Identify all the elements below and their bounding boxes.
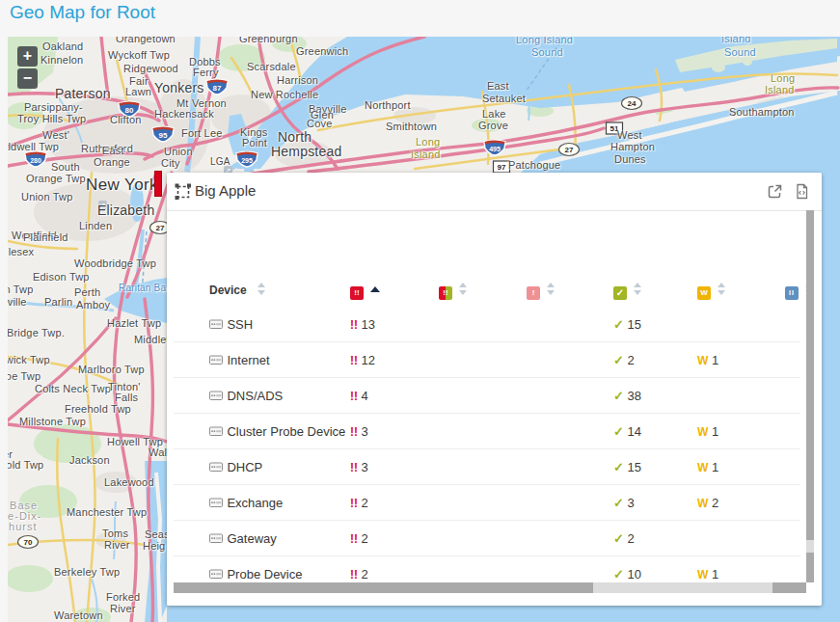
open-external-icon[interactable] xyxy=(767,183,783,200)
table-row[interactable]: SSH!! 13✓ 15 xyxy=(174,307,800,342)
up-glyph: ✓ xyxy=(613,460,624,474)
map-label: West xyxy=(617,129,642,141)
map-label: Long Island xyxy=(516,37,573,45)
map-label: Jackson xyxy=(69,454,110,466)
device-icon xyxy=(209,533,223,544)
up-status-icon: ✓ xyxy=(613,286,627,300)
down-glyph: !! xyxy=(350,390,358,403)
map-label: New Rochelle xyxy=(251,89,318,100)
down-count: 13 xyxy=(358,317,375,332)
up-count-cell: ✓ 14 xyxy=(613,414,641,448)
table-row[interactable]: Internet!! 12✓ 2W 1 xyxy=(174,342,800,378)
map-label: Lake xyxy=(482,108,506,120)
device-icon xyxy=(209,462,223,473)
down-glyph: !! xyxy=(350,425,358,439)
device-name[interactable]: DHCP xyxy=(227,460,262,474)
map-label: Greenburgh xyxy=(239,37,298,44)
table-row[interactable]: Cluster Probe Device!! 3✓ 14W 1 xyxy=(174,414,800,449)
down-acknowledged-status-icon: ! xyxy=(527,286,540,300)
vertical-scrollbar-track[interactable] xyxy=(806,540,814,553)
device-name[interactable]: Gateway xyxy=(227,531,276,546)
sort-up-icon xyxy=(547,283,555,287)
embed-code-icon[interactable] xyxy=(794,183,810,200)
warning-status-icon: W xyxy=(697,286,711,300)
down-glyph: !! xyxy=(350,497,358,510)
map-label: Patchogue xyxy=(508,159,560,171)
map-label: Southampton xyxy=(729,106,795,118)
warning-count: 1 xyxy=(708,424,718,439)
warning-count-cell: W 1 xyxy=(697,556,718,582)
device-cell: DNS/ADS xyxy=(209,378,283,413)
up-glyph: ✓ xyxy=(613,531,624,546)
table-row[interactable]: Probe Device!! 2✓ 10W 1 xyxy=(174,556,800,582)
up-count: 3 xyxy=(624,496,635,510)
vertical-scrollbar-end[interactable] xyxy=(806,553,814,582)
sort-down-icon xyxy=(257,290,265,295)
warning-count-cell: W 1 xyxy=(697,414,718,448)
up-count-cell: ✓ 15 xyxy=(613,307,641,341)
device-name[interactable]: DNS/ADS xyxy=(227,389,283,403)
up-count: 38 xyxy=(624,389,641,403)
horizontal-scrollbar-end[interactable] xyxy=(772,582,806,593)
device-cell: DHCP xyxy=(209,449,262,484)
horizontal-scrollbar-track[interactable] xyxy=(593,582,772,593)
map-label: New York xyxy=(86,176,158,195)
device-icon xyxy=(209,319,223,330)
device-name[interactable]: Cluster Probe Device xyxy=(227,424,345,439)
sort-ascending-icon xyxy=(370,286,380,292)
down-count: 4 xyxy=(358,389,368,403)
map-label: City xyxy=(161,157,180,169)
up-count-cell: ✓ 10 xyxy=(613,556,641,582)
map-label: Scarsdale xyxy=(247,61,296,72)
map-label: Ridgewood xyxy=(123,63,178,74)
map-label: Fort Lee xyxy=(181,127,223,139)
table-row[interactable]: DHCP!! 3✓ 15W 1 xyxy=(174,449,800,485)
map-label: Dunes xyxy=(614,153,646,165)
warning-count-cell: W 2 xyxy=(697,485,718,520)
device-cell: Gateway xyxy=(209,521,277,555)
map-label: Franklin Twp xyxy=(8,284,34,295)
device-column-header[interactable]: Device xyxy=(209,277,247,304)
map-label: Edison Twp xyxy=(33,271,90,283)
down-count-cell: !! 3 xyxy=(350,449,368,484)
horizontal-scrollbar-thumb[interactable] xyxy=(174,582,593,593)
map-label: hold Twp xyxy=(8,459,43,471)
vertical-scrollbar-thumb[interactable] xyxy=(806,210,814,540)
sort-up-icon xyxy=(718,283,725,287)
device-cell: SSH xyxy=(209,307,253,341)
map-zoom-in-button[interactable]: + xyxy=(17,46,38,67)
device-cell: Cluster Probe Device xyxy=(209,414,345,448)
down-count: 3 xyxy=(358,460,368,474)
geo-marker-big-apple[interactable] xyxy=(154,171,162,197)
map-zoom-out-button[interactable]: − xyxy=(17,68,38,89)
map-label: Hackensack xyxy=(154,108,214,120)
down-glyph: !! xyxy=(350,532,358,546)
map-label: Linden xyxy=(79,220,112,231)
map-label: Sayreville xyxy=(8,296,27,308)
sort-down-icon xyxy=(459,290,467,295)
map-label: Union Twp xyxy=(21,191,73,203)
device-name[interactable]: Internet xyxy=(227,353,269,367)
map-label: Perth xyxy=(74,286,100,298)
map-label: Woodbridge Twp xyxy=(74,257,156,269)
map-label: Middlesex xyxy=(8,246,34,257)
table-row[interactable]: DNS/ADS!! 4✓ 38 xyxy=(174,378,800,414)
map-label: Brunswick Twp xyxy=(8,354,50,365)
map-label: Seas xyxy=(145,528,170,540)
table-row[interactable]: Gateway!! 2✓ 2 xyxy=(174,521,800,556)
map-label: Hampton xyxy=(610,141,655,152)
warning-count: 1 xyxy=(708,460,718,474)
paused-status-icon: II xyxy=(785,286,799,300)
device-name[interactable]: Exchange xyxy=(227,496,283,510)
table-row[interactable]: Exchange!! 2✓ 3W 2 xyxy=(174,485,800,521)
down-count-cell: !! 2 xyxy=(350,521,368,555)
device-name[interactable]: Probe Device xyxy=(227,567,302,581)
map-label: Greenwich xyxy=(296,45,348,57)
map-label: Setauket xyxy=(482,93,526,104)
device-name[interactable]: SSH xyxy=(227,317,253,332)
map-label: Wyckoff Twp xyxy=(108,49,170,61)
map-label: ehurst xyxy=(8,521,38,532)
map-label: Long xyxy=(416,136,440,148)
device-cell: Exchange xyxy=(209,485,283,520)
map-label: Lawn xyxy=(125,86,151,97)
